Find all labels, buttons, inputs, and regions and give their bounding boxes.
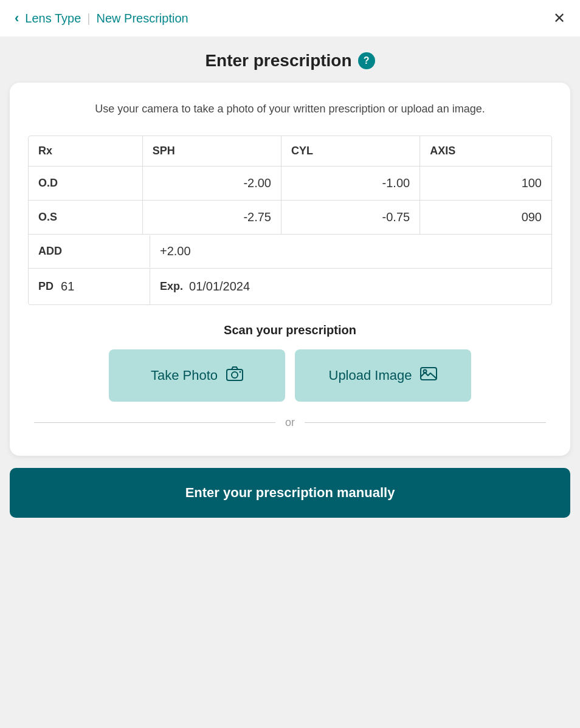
add-label: ADD: [29, 235, 150, 267]
instruction-text: Use your camera to take a photo of your …: [28, 101, 552, 117]
svg-point-1: [232, 372, 238, 378]
upload-image-button[interactable]: Upload Image: [295, 349, 471, 402]
exp-label: Exp.: [160, 280, 183, 293]
breadcrumb-new[interactable]: New Prescription: [96, 12, 188, 26]
page-title-container: Enter prescription ?: [0, 36, 580, 83]
os-axis: 090: [420, 201, 551, 235]
divider: or: [28, 416, 552, 429]
scan-buttons: Take Photo Upload Image: [28, 349, 552, 402]
image-icon: [420, 366, 437, 385]
scan-section: Scan your prescription Take Photo Upload…: [28, 305, 552, 456]
os-cyl: -0.75: [281, 201, 419, 235]
os-sph: -2.75: [142, 201, 281, 235]
od-axis: 100: [420, 167, 551, 201]
bottom-btn-container: Enter your prescription manually: [10, 468, 570, 518]
pd-value: 61: [61, 280, 74, 294]
manual-entry-button[interactable]: Enter your prescription manually: [10, 468, 570, 518]
scan-title: Scan your prescription: [28, 323, 552, 337]
divider-line-left: [34, 422, 275, 423]
svg-point-2: [240, 371, 241, 373]
pd-label-cell: PD 61: [29, 269, 150, 304]
header-axis: AXIS: [420, 136, 551, 167]
header: ‹ Lens Type | New Prescription ✕: [0, 0, 580, 36]
exp-cell: Exp. 01/01/2024: [150, 269, 260, 304]
take-photo-button[interactable]: Take Photo: [109, 349, 285, 402]
divider-text: or: [285, 416, 295, 429]
upload-image-label: Upload Image: [329, 368, 412, 383]
prescription-table: Rx SPH CYL AXIS O.D -2.00 -1.00 100 O.S …: [29, 136, 551, 235]
table-row: O.S -2.75 -0.75 090: [29, 201, 551, 235]
pd-label: PD: [38, 280, 54, 293]
divider-line-right: [305, 422, 546, 423]
header-rx: Rx: [29, 136, 142, 167]
close-icon[interactable]: ✕: [553, 10, 565, 27]
back-icon[interactable]: ‹: [15, 10, 19, 26]
pd-exp-row: PD 61 Exp. 01/01/2024: [29, 269, 551, 304]
take-photo-label: Take Photo: [151, 368, 218, 383]
breadcrumb-separator: |: [87, 12, 90, 26]
table-header-row: Rx SPH CYL AXIS: [29, 136, 551, 167]
exp-value: 01/01/2024: [189, 280, 250, 294]
od-sph: -2.00: [142, 167, 281, 201]
help-icon[interactable]: ?: [358, 52, 375, 69]
page-title-text: Enter prescription: [205, 51, 351, 70]
add-value: +2.00: [150, 235, 201, 268]
breadcrumb-lens[interactable]: Lens Type: [25, 12, 81, 26]
camera-icon: [226, 366, 243, 385]
main-card: Use your camera to take a photo of your …: [10, 83, 570, 456]
table-row: O.D -2.00 -1.00 100: [29, 167, 551, 201]
os-label: O.S: [29, 201, 142, 235]
header-sph: SPH: [142, 136, 281, 167]
add-row: ADD +2.00: [29, 235, 551, 269]
header-cyl: CYL: [281, 136, 419, 167]
prescription-table-wrapper: Rx SPH CYL AXIS O.D -2.00 -1.00 100 O.S …: [28, 136, 552, 305]
nav-left: ‹ Lens Type | New Prescription: [15, 10, 188, 26]
od-label: O.D: [29, 167, 142, 201]
od-cyl: -1.00: [281, 167, 419, 201]
page-title: Enter prescription ?: [205, 51, 375, 70]
